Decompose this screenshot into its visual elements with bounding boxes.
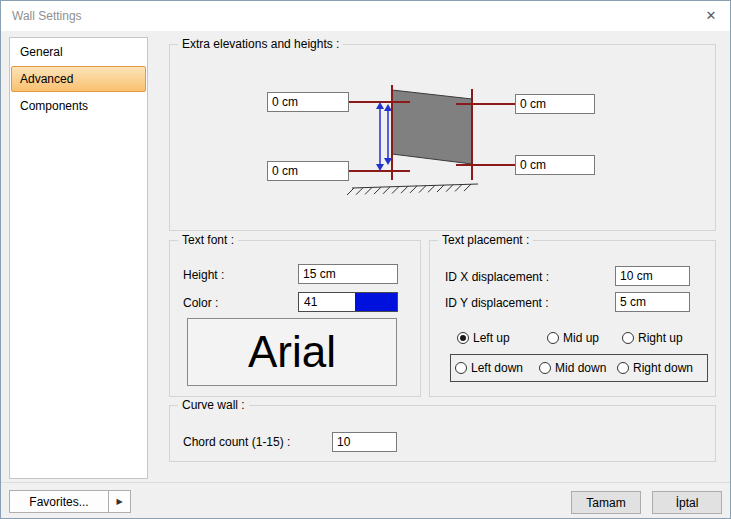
settings-nav: General Advanced Components	[9, 37, 148, 479]
font-color-number: 41	[299, 293, 355, 311]
wall-settings-dialog: Wall Settings ✕ General Advanced Compone…	[0, 0, 731, 519]
radio-left-up[interactable]: Left up	[457, 331, 510, 345]
id-x-displacement-label: ID X displacement :	[445, 270, 549, 284]
cancel-button[interactable]: İptal	[652, 491, 722, 514]
chord-count-input[interactable]	[332, 432, 397, 452]
wall-shape	[392, 90, 472, 164]
font-preview-text: Arial	[248, 327, 336, 377]
radio-dot	[455, 362, 467, 374]
radio-label: Mid down	[555, 361, 606, 375]
arrow-right-icon: ▶	[116, 497, 122, 506]
radio-dot	[622, 332, 634, 344]
radio-dot	[547, 332, 559, 344]
title-bar: Wall Settings ✕	[1, 1, 730, 31]
radio-label: Left down	[471, 361, 523, 375]
elevation-bottom-right-input[interactable]	[515, 155, 595, 175]
id-y-displacement-input[interactable]	[615, 292, 690, 312]
close-icon[interactable]: ✕	[701, 6, 721, 26]
ok-button-label: Tamam	[586, 496, 625, 510]
radio-dot	[457, 332, 469, 344]
radio-label: Right up	[638, 331, 683, 345]
radio-mid-up[interactable]: Mid up	[547, 331, 599, 345]
ok-button[interactable]: Tamam	[571, 491, 641, 514]
nav-item-label: Advanced	[20, 72, 73, 86]
dimension-arrows	[376, 102, 392, 171]
group-text-placement: Text placement : ID X displacement : ID …	[429, 240, 716, 397]
nav-item-general[interactable]: General	[11, 39, 146, 65]
radio-right-up[interactable]: Right up	[622, 331, 683, 345]
radio-dot	[539, 362, 551, 374]
ground-hatch	[347, 184, 478, 195]
group-extra-elevations-title: Extra elevations and heights :	[178, 37, 343, 51]
font-color-swatch	[355, 293, 397, 311]
font-height-input[interactable]	[298, 264, 398, 284]
font-height-label: Height :	[183, 268, 224, 282]
radio-dot	[617, 362, 629, 374]
window-title: Wall Settings	[12, 9, 82, 23]
nav-item-label: General	[20, 45, 63, 59]
font-color-picker[interactable]: 41	[298, 292, 398, 312]
chord-count-label: Chord count (1-15) :	[183, 435, 290, 449]
radio-label: Left up	[473, 331, 510, 345]
radio-left-down[interactable]: Left down	[455, 361, 523, 375]
favorites-label: Favorites...	[29, 495, 88, 509]
elevation-lines	[349, 85, 515, 180]
radio-right-down[interactable]: Right down	[617, 361, 693, 375]
radio-down-frame: Left down Mid down Right down	[450, 354, 708, 382]
favorites-split-button: Favorites... ▶	[9, 490, 131, 513]
group-curve-wall-title: Curve wall :	[178, 398, 249, 412]
id-y-displacement-label: ID Y displacement :	[445, 296, 549, 310]
radio-mid-down[interactable]: Mid down	[539, 361, 606, 375]
group-curve-wall: Curve wall : Chord count (1-15) :	[169, 405, 716, 462]
nav-item-advanced[interactable]: Advanced	[11, 66, 146, 92]
footer-divider	[1, 482, 730, 483]
nav-item-label: Components	[20, 99, 88, 113]
group-extra-elevations: Extra elevations and heights :	[169, 44, 716, 231]
group-text-font: Text font : Height : Color : 41 Arial	[169, 240, 421, 397]
radio-label: Mid up	[563, 331, 599, 345]
group-text-font-title: Text font :	[178, 233, 238, 247]
group-text-placement-title: Text placement :	[438, 233, 533, 247]
elevation-top-left-input[interactable]	[267, 92, 349, 112]
favorites-menu-button[interactable]: ▶	[109, 490, 131, 513]
cancel-button-label: İptal	[676, 496, 699, 510]
font-preview-button[interactable]: Arial	[187, 318, 397, 386]
nav-item-components[interactable]: Components	[11, 93, 146, 119]
elevation-top-right-input[interactable]	[515, 94, 595, 114]
favorites-button[interactable]: Favorites...	[9, 490, 109, 513]
radio-label: Right down	[633, 361, 693, 375]
font-color-label: Color :	[183, 296, 218, 310]
elevation-bottom-left-input[interactable]	[267, 161, 349, 181]
wall-elevation-diagram	[170, 45, 715, 230]
id-x-displacement-input[interactable]	[615, 266, 690, 286]
